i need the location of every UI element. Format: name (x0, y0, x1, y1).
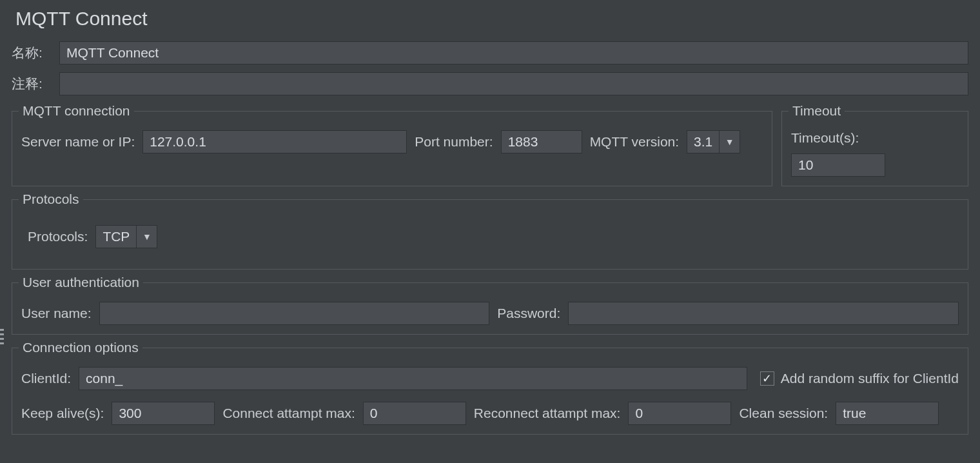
mqtt-connection-group: MQTT connection Server name or IP: Port … (12, 103, 772, 186)
protocols-group: Protocols Protocols: TCP ▼ (12, 192, 968, 270)
auth-group: User authentication User name: Password: (12, 275, 968, 335)
clientid-label: ClientId: (21, 371, 71, 386)
add-suffix-checkbox[interactable]: ✓ Add random suffix for ClientId (760, 371, 959, 386)
protocols-value: TCP (96, 226, 136, 248)
username-label: User name: (21, 306, 92, 321)
port-label: Port number: (415, 134, 493, 150)
server-field[interactable] (142, 130, 407, 153)
timeout-legend: Timeout (789, 103, 845, 119)
protocols-legend: Protocols (19, 192, 83, 207)
connect-attempt-field[interactable] (363, 402, 466, 425)
keepalive-field[interactable] (112, 402, 215, 425)
protocols-select[interactable]: TCP ▼ (95, 225, 157, 248)
name-label: 名称: (12, 44, 50, 62)
mqtt-connection-legend: MQTT connection (19, 103, 134, 119)
chevron-down-icon: ▼ (136, 226, 157, 248)
timeout-group: Timeout Timeout(s): (781, 103, 968, 186)
resize-grip-icon[interactable] (0, 329, 4, 344)
password-label: Password: (497, 306, 560, 321)
reconnect-attempt-label: Reconnect attampt max: (474, 406, 621, 421)
comment-label: 注释: (12, 75, 50, 93)
comment-field[interactable] (59, 72, 968, 95)
port-field[interactable] (501, 130, 582, 153)
chevron-down-icon: ▼ (719, 131, 740, 153)
connection-options-group: Connection options ClientId: ✓ Add rando… (12, 340, 968, 435)
version-value: 3.1 (687, 131, 719, 153)
password-field[interactable] (568, 302, 959, 325)
username-field[interactable] (99, 302, 490, 325)
timeout-label: Timeout(s): (791, 130, 859, 146)
clientid-field[interactable] (79, 367, 747, 390)
add-suffix-label: Add random suffix for ClientId (781, 371, 959, 386)
connect-attempt-label: Connect attampt max: (222, 406, 355, 421)
auth-legend: User authentication (19, 275, 143, 290)
checkbox-icon: ✓ (760, 371, 774, 386)
page-title: MQTT Connect (15, 8, 968, 30)
protocols-label: Protocols: (28, 229, 88, 244)
timeout-field[interactable] (791, 153, 885, 177)
clean-session-label: Clean session: (739, 406, 828, 421)
server-label: Server name or IP: (21, 134, 135, 150)
version-label: MQTT version: (590, 134, 679, 150)
clean-session-field[interactable] (836, 402, 939, 425)
connection-options-legend: Connection options (19, 340, 142, 355)
version-select[interactable]: 3.1 ▼ (687, 130, 740, 153)
keepalive-label: Keep alive(s): (21, 406, 104, 421)
reconnect-attempt-field[interactable] (628, 402, 731, 425)
name-field[interactable] (59, 41, 968, 64)
